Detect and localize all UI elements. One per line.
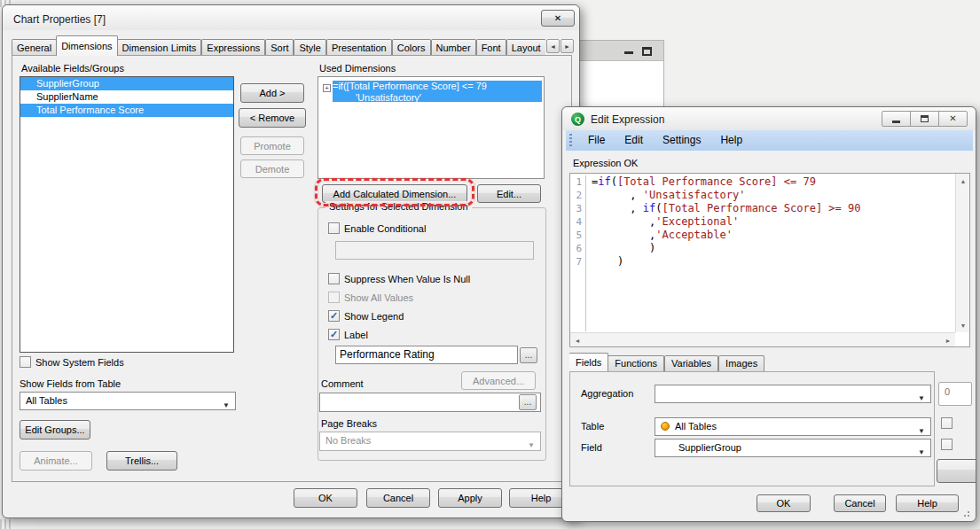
cancel-button[interactable]: Cancel [366,488,430,508]
menu-file[interactable]: File [578,130,615,151]
available-fields-list[interactable]: SupplierGroupSupplierNameTotal Performan… [20,76,234,353]
label-input[interactable]: Performance Rating [335,346,518,364]
expression-gutter: 1234567 [570,175,586,331]
label-ellipsis-button[interactable]: ... [520,347,537,363]
background-window-titlebar [577,41,663,61]
tab-number[interactable]: Number [431,39,476,56]
used-dimension-item[interactable]: =if([Total Performance Score] <= 79 'Uns… [333,81,542,102]
comment-input[interactable] [319,393,541,412]
maximize-button[interactable] [910,111,939,127]
ok-button[interactable]: OK [757,494,811,512]
trellis-button[interactable]: Trellis... [106,451,177,471]
minimize-icon[interactable] [624,51,633,54]
ok-button[interactable]: OK [294,488,357,508]
checkbox-icon [941,439,953,450]
advanced-button: Advanced... [461,371,536,390]
list-item[interactable]: SupplierGroup [20,77,233,90]
menu-settings[interactable]: Settings [653,130,710,151]
aggregation-select[interactable]: ▼ [655,385,931,403]
remove-button[interactable]: < Remove [239,108,306,128]
tab-dimensions[interactable]: Dimensions [56,35,117,56]
used-dimension-line2: 'Unsatisfactory' [333,92,542,102]
clipped-checkbox-2[interactable] [941,439,953,450]
tab-dimension-limits[interactable]: Dimension Limits [117,39,202,56]
maximize-icon[interactable] [642,47,652,56]
animate-button: Animate... [20,451,92,471]
horizontal-scrollbar[interactable]: ◄ ► [570,332,955,346]
settings-groupbox-legend: Settings for Selected Dimension [325,201,472,212]
used-dimensions-list[interactable]: + =if([Total Performance Score] <= 79 'U… [318,76,545,179]
resize-grip[interactable] [963,510,970,517]
checkbox-icon [20,356,31,368]
checkbox-icon [328,273,340,284]
menu-drag-handle[interactable] [569,134,572,148]
add-calculated-dimension-button[interactable]: Add Calculated Dimension... [322,184,467,203]
show-all-values-checkbox: Show All Values [328,292,413,303]
help-button[interactable]: Help [896,494,959,512]
scroll-down-icon[interactable]: ▼ [957,319,969,331]
show-system-fields-checkbox[interactable]: Show System Fields [20,356,124,368]
comment-ellipsis-button[interactable]: ... [519,394,537,410]
table-select[interactable]: All Tables ▼ [655,417,931,436]
settings-groupbox: Settings for Selected Dimension Enable C… [318,207,546,461]
menu-edit[interactable]: Edit [615,130,653,151]
edit-expression-dialog: Q Edit Expression ✕ File Edit Settings H… [561,106,976,522]
tab-expressions[interactable]: Expressions [201,39,265,56]
field-select[interactable]: SupplierGroup ▼ [655,439,931,457]
tab-fields[interactable]: Fields [569,353,608,371]
conditional-expression-input [335,241,534,260]
suppress-null-checkbox[interactable]: Suppress When Value Is Null [328,273,470,284]
close-button[interactable]: ✕ [938,111,968,127]
tab-presentation[interactable]: Presentation [326,39,392,56]
clipped-checkbox-1[interactable] [941,417,953,429]
demote-button: Demote [240,159,304,178]
checkbox-icon [328,292,340,303]
scroll-up-icon[interactable]: ▲ [957,175,969,187]
tab-layout[interactable]: Layout [506,39,545,56]
vertical-scrollbar[interactable]: ▲ ▼ [955,174,969,332]
chevron-down-icon: ▼ [918,390,925,403]
maximize-icon [921,115,929,122]
tab-functions[interactable]: Functions [608,355,664,371]
edit-button[interactable]: Edit... [477,184,541,203]
menu-help[interactable]: Help [710,130,752,151]
tab-scroll-left-button[interactable]: ◄ [546,39,560,53]
dialog-title: Chart Properties [7] [13,13,106,26]
used-dimension-line1: =if([Total Performance Score] <= 79 [333,81,542,92]
tab-colors[interactable]: Colors [392,39,431,56]
expression-editor[interactable]: 1234567 =if([Total Performance Score] <=… [569,173,970,347]
aggregation-label: Aggregation [581,388,633,399]
background-window-fragment [0,519,34,529]
qlikview-app-icon: Q [571,113,584,126]
tab-general[interactable]: General [12,39,57,56]
list-item[interactable]: SupplierName [20,90,233,104]
tab-style[interactable]: Style [294,39,325,56]
enable-conditional-checkbox[interactable]: Enable Conditional [328,222,426,234]
tab-font[interactable]: Font [476,39,506,56]
close-icon: ✕ [554,14,561,23]
edit-groups-button[interactable]: Edit Groups... [20,420,90,440]
chevron-down-icon: ▼ [918,444,925,457]
show-fields-from-table-label: Show Fields from Table [20,378,121,389]
tab-scroll-right-button[interactable]: ► [561,39,574,53]
scroll-right-icon[interactable]: ► [942,334,954,346]
show-legend-checkbox[interactable]: ✓ Show Legend [328,310,404,322]
apply-button[interactable]: Apply [438,488,502,508]
label-checkbox[interactable]: ✓ Label [328,329,368,340]
tree-expand-icon[interactable]: + [323,84,331,92]
add-button[interactable]: Add > [240,83,304,103]
minimize-button[interactable] [882,111,911,127]
close-button[interactable]: ✕ [541,10,575,27]
scroll-left-icon[interactable]: ◄ [571,334,584,346]
tab-variables[interactable]: Variables [664,355,718,371]
chevron-left-icon: ◄ [550,43,556,50]
field-label: Field [581,442,602,453]
available-fields-label: Available Fields/Groups [21,63,124,74]
cancel-button[interactable]: Cancel [834,494,886,512]
tab-images[interactable]: Images [718,355,764,371]
tab-sort[interactable]: Sort [265,39,294,56]
chevron-down-icon: ▼ [528,437,535,451]
list-item[interactable]: Total Performance Score [20,104,233,117]
clipped-button[interactable] [937,459,976,483]
table-filter-select[interactable]: All Tables ▼ [20,392,236,410]
